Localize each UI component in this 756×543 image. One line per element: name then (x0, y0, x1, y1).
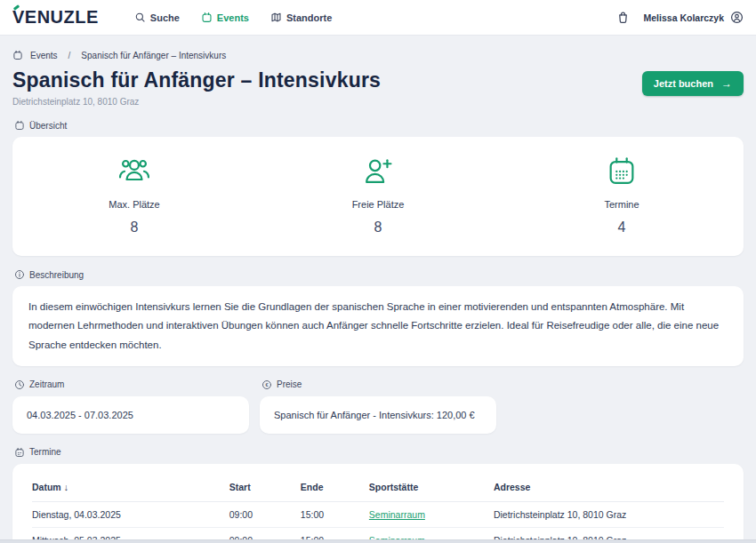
footer-strip (0, 539, 756, 543)
nav-item-label: Standorte (286, 12, 332, 23)
overview-card: Max. Plätze 8 Freie Plätze 8 Termine 4 (12, 137, 744, 256)
nav-item-suche[interactable]: Suche (134, 12, 180, 23)
calendar-icon (12, 50, 23, 60)
section-label-beschreibung: Beschreibung (14, 269, 742, 280)
column-header-label: Adresse (494, 482, 530, 492)
column-header-datum[interactable]: Datum↓ (32, 471, 229, 502)
cart-button[interactable] (616, 11, 630, 24)
cell-ende: 15:00 (301, 501, 369, 527)
venue-link[interactable]: Seminarraum (369, 509, 425, 520)
user-plus-icon (361, 155, 395, 188)
section-label-text: Beschreibung (29, 270, 84, 280)
stat-value: 4 (500, 220, 744, 236)
logo-text: VENUZLE (12, 7, 99, 27)
breadcrumb-separator: / (68, 51, 71, 60)
book-now-label: Jetzt buchen (654, 78, 713, 89)
section-label-preise: € Preise (261, 379, 495, 390)
title-row: Spanisch für Anfänger – Intensivkurs Die… (12, 68, 744, 107)
section-label-text: Zeitraum (29, 379, 64, 389)
column-header-ende: Ende (301, 471, 369, 502)
arrow-right-icon: → (721, 78, 732, 89)
stat-label: Max. Plätze (12, 199, 256, 210)
svg-text:€: € (265, 382, 269, 387)
nav-right-group: Melissa Kolarczyk (616, 11, 744, 24)
description-text: In diesem einwöchigen Intensivkurs lerne… (28, 301, 719, 350)
section-label-zeitraum: Zeitraum (14, 379, 247, 390)
stat-value: 8 (12, 220, 256, 236)
termine-card: Datum↓ Start Ende Sportstätte Adresse Di… (12, 464, 744, 543)
shopping-bag-icon (616, 11, 630, 24)
section-label-termine: Termine (14, 447, 742, 458)
description-card: In diesem einwöchigen Intensivkurs lerne… (12, 286, 744, 366)
top-navbar: VENUZLE Suche Events Standorte Melissa K… (0, 0, 756, 36)
preise-column: € Preise Spanisch für Anfänger - Intensi… (260, 366, 496, 434)
map-icon (270, 12, 282, 23)
nav-item-events[interactable]: Events (201, 12, 249, 23)
column-header-adresse: Adresse (494, 471, 724, 502)
preise-value: Spanisch für Anfänger - Intensivkurs: 12… (274, 410, 475, 420)
column-header-label: Start (229, 482, 251, 492)
zeitraum-column: Zeitraum 04.03.2025 - 07.03.2025 (12, 366, 249, 434)
info-columns: Zeitraum 04.03.2025 - 07.03.2025 € Preis… (12, 366, 744, 434)
info-icon (14, 269, 25, 280)
nav-item-label: Events (217, 12, 249, 23)
preise-card: Spanisch für Anfänger - Intensivkurs: 12… (260, 396, 496, 434)
section-label-text: Termine (29, 447, 61, 457)
termine-table: Datum↓ Start Ende Sportstätte Adresse Di… (32, 471, 724, 543)
cell-datum: Dienstag, 04.03.2025 (32, 501, 229, 527)
stat-label: Freie Plätze (256, 199, 500, 210)
column-header-start: Start (229, 471, 301, 502)
calendar-icon (201, 12, 213, 23)
stat-max-plaetze: Max. Plätze 8 (12, 155, 256, 236)
sort-desc-icon: ↓ (64, 482, 68, 492)
calendar-icon (14, 120, 25, 131)
cell-sportstaette: Seminarraum (369, 501, 494, 527)
avatar-icon (730, 11, 744, 24)
table-row: Dienstag, 04.03.2025 09:00 15:00 Seminar… (32, 501, 724, 527)
calendar-dots-icon (14, 447, 25, 458)
main-content: Events / Spanisch für Anfänger – Intensi… (0, 50, 756, 543)
cell-start: 09:00 (229, 501, 301, 527)
zeitraum-value: 04.03.2025 - 07.03.2025 (27, 410, 133, 420)
stat-label: Termine (500, 199, 744, 210)
column-header-label: Ende (301, 482, 324, 492)
user-name: Melissa Kolarczyk (644, 12, 724, 23)
column-header-sportstaette: Sportstätte (369, 471, 494, 502)
section-label-uebersicht: Übersicht (14, 120, 742, 131)
nav-item-label: Suche (150, 12, 180, 23)
zeitraum-card: 04.03.2025 - 07.03.2025 (12, 396, 249, 434)
section-label-text: Preise (277, 379, 302, 389)
clock-icon (14, 379, 25, 390)
book-now-button[interactable]: Jetzt buchen → (642, 71, 744, 96)
nav-item-standorte[interactable]: Standorte (270, 12, 332, 23)
section-label-text: Übersicht (29, 121, 67, 131)
user-menu[interactable]: Melissa Kolarczyk (644, 11, 744, 24)
breadcrumb-events-link[interactable]: Events (30, 51, 58, 60)
stat-termine: Termine 4 (500, 155, 744, 236)
title-block: Spanisch für Anfänger – Intensivkurs Die… (12, 68, 381, 107)
page-subtitle: Dietrichsteinplatz 10, 8010 Graz (12, 97, 381, 107)
column-header-label: Sportstätte (369, 482, 418, 492)
euro-icon: € (261, 379, 272, 390)
table-header-row: Datum↓ Start Ende Sportstätte Adresse (32, 471, 724, 502)
users-icon (117, 155, 151, 188)
stat-value: 8 (256, 220, 500, 236)
search-icon (134, 12, 146, 23)
venuzle-logo[interactable]: VENUZLE (12, 7, 99, 28)
column-header-label: Datum (32, 482, 61, 492)
calendar-dots-icon (605, 155, 639, 188)
cell-adresse: Dietrichsteinplatz 10, 8010 Graz (494, 501, 724, 527)
page-title: Spanisch für Anfänger – Intensivkurs (12, 68, 381, 92)
breadcrumb-current: Spanisch für Anfänger – Intensivkurs (81, 51, 226, 60)
stat-freie-plaetze: Freie Plätze 8 (256, 155, 500, 236)
breadcrumb: Events / Spanisch für Anfänger – Intensi… (12, 50, 744, 60)
